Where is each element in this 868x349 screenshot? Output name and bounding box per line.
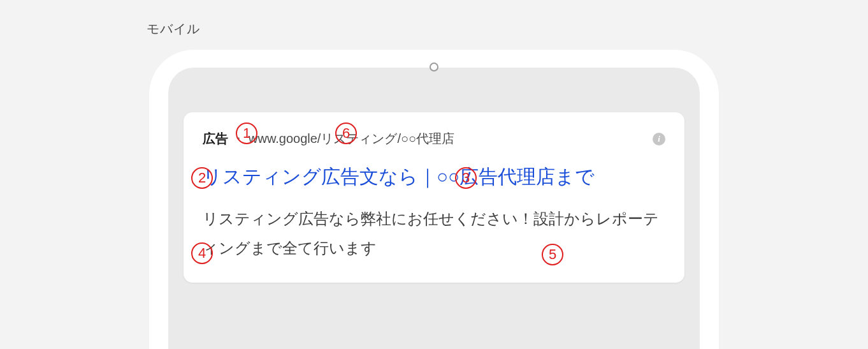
section-label: モバイル xyxy=(147,20,200,38)
annotation-6: 6 xyxy=(335,123,357,144)
annotation-5: 5 xyxy=(542,244,563,265)
phone-screen: 広告 ・ www.google/リスティング/○○代理店 i リスティング広告文… xyxy=(168,68,700,349)
camera-icon xyxy=(430,63,438,71)
ad-url-row: 広告 ・ www.google/リスティング/○○代理店 i xyxy=(203,130,665,147)
annotation-2: 2 xyxy=(191,167,213,189)
ad-headline[interactable]: リスティング広告文なら｜○○広告代理店まで xyxy=(203,160,665,193)
annotation-4: 4 xyxy=(191,242,213,264)
ad-description: リスティング広告なら弊社にお任せください！設計からレポーティングまで全て行います xyxy=(203,204,665,262)
phone-frame: 広告 ・ www.google/リスティング/○○代理店 i リスティング広告文… xyxy=(149,50,719,349)
ad-preview-card: 広告 ・ www.google/リスティング/○○代理店 i リスティング広告文… xyxy=(184,112,684,283)
annotation-1: 1 xyxy=(236,123,257,144)
info-icon[interactable]: i xyxy=(653,133,665,145)
annotation-3: 3 xyxy=(455,167,477,189)
ad-badge: 広告 xyxy=(203,130,228,147)
